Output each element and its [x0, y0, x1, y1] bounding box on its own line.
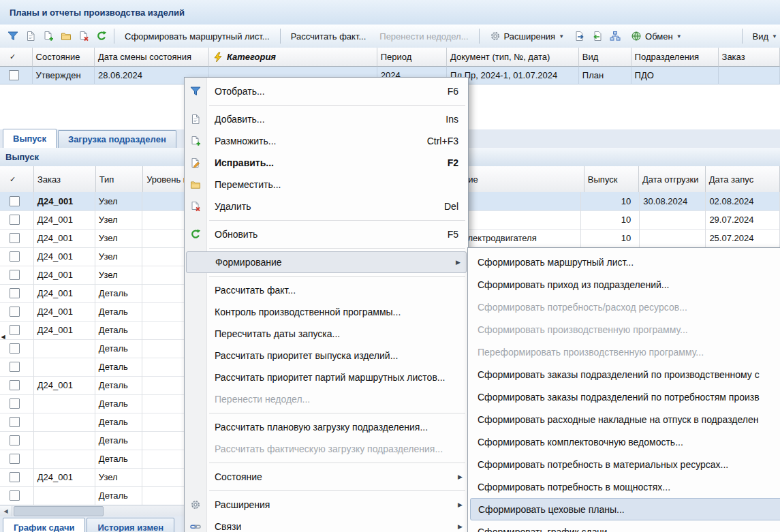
context-menu-item[interactable]: Рассчитать плановую загрузку подразделен…: [185, 416, 468, 438]
structure-button[interactable]: [607, 27, 623, 45]
import-button[interactable]: [589, 27, 606, 45]
row-checkbox-cell[interactable]: [0, 67, 33, 84]
row-checkbox[interactable]: [10, 270, 20, 280]
copy-button[interactable]: [40, 27, 57, 45]
tab-grafik-sdachi[interactable]: График сдачи: [3, 518, 85, 532]
column-header-state[interactable]: Состояние: [33, 48, 95, 67]
delete-button[interactable]: [76, 27, 92, 45]
context-menu-item[interactable]: ОбновитьF5: [185, 223, 468, 245]
context-menu-item[interactable]: Формирование▶: [186, 251, 467, 273]
collapse-panel-arrow[interactable]: ◀: [0, 323, 6, 350]
column-header-order[interactable]: Заказ: [34, 166, 96, 193]
row-checkbox-cell[interactable]: [0, 247, 34, 266]
context-menu-item[interactable]: Рассчитать приоритет выпуска изделий...: [185, 345, 468, 366]
submenu-item[interactable]: Сформировать потребность в материальных …: [468, 453, 780, 475]
row-checkbox-cell[interactable]: [0, 394, 34, 413]
column-header-document[interactable]: Документ (тип, №, дата): [447, 48, 579, 67]
extensions-button[interactable]: Расширения ▼: [484, 27, 571, 45]
column-header-launch-date[interactable]: Дата запус: [706, 166, 780, 193]
context-menu-item[interactable]: Расширения▶: [185, 494, 468, 516]
row-checkbox[interactable]: [10, 288, 20, 298]
row-checkbox-cell[interactable]: [0, 302, 34, 322]
row-checkbox-cell[interactable]: [0, 210, 34, 230]
context-menu-item[interactable]: Исправить...F2: [185, 152, 468, 174]
context-menu-item[interactable]: УдалитьDel: [185, 195, 468, 217]
context-menu-item[interactable]: Добавить...Ins: [185, 108, 468, 130]
submenu-item[interactable]: Сформировать заказы подразделений по пот…: [468, 386, 780, 408]
context-menu-item[interactable]: Отобрать...F6: [185, 80, 468, 102]
row-checkbox-cell[interactable]: [0, 486, 34, 505]
context-menu-item[interactable]: Пересчитать даты запуска...: [185, 323, 468, 345]
column-header-type[interactable]: Тип: [96, 166, 143, 193]
context-menu-item[interactable]: Размножить...Ctrl+F3: [185, 130, 468, 152]
submenu-item[interactable]: Сформировать приход из подразделений...: [468, 273, 780, 296]
column-header-period[interactable]: Период: [377, 48, 447, 67]
submenu-item[interactable]: Сформировать цеховые планы...: [470, 498, 780, 520]
submenu-item[interactable]: Сформировать график сдачи...: [468, 520, 780, 532]
move-button[interactable]: [58, 27, 74, 45]
row-checkbox-cell[interactable]: [0, 358, 34, 377]
submenu-item[interactable]: Сформировать заказы подразделений по про…: [468, 363, 780, 386]
scroll-left-button[interactable]: ◀: [0, 506, 12, 517]
context-menu-item[interactable]: Рассчитать факт...: [185, 279, 468, 301]
scrollbar-thumb[interactable]: [14, 506, 104, 516]
export-button[interactable]: [572, 27, 588, 45]
row-checkbox[interactable]: [10, 380, 20, 390]
route-list-button[interactable]: Сформировать маршрутный лист...: [119, 27, 276, 45]
row-checkbox[interactable]: [10, 472, 20, 482]
context-menu-item[interactable]: Контроль производственной программы...: [185, 301, 468, 323]
context-menu-item[interactable]: Переместить...: [185, 174, 468, 195]
row-checkbox[interactable]: [10, 454, 20, 464]
submenu-item[interactable]: Сформировать комплектовочную ведомость..…: [468, 431, 780, 453]
tab-istoriya[interactable]: История измен: [87, 518, 174, 532]
row-checkbox[interactable]: [10, 233, 20, 243]
row-checkbox-cell[interactable]: [0, 431, 34, 450]
row-checkbox[interactable]: [10, 417, 20, 427]
context-menu-item[interactable]: Рассчитать приоритет партий маршрутных л…: [185, 366, 468, 388]
row-checkbox[interactable]: [10, 362, 20, 372]
row-checkbox-cell[interactable]: [0, 468, 34, 487]
exchange-button[interactable]: Обмен ▼: [625, 27, 688, 45]
row-checkbox-cell[interactable]: [0, 413, 34, 432]
filter-button[interactable]: [5, 27, 21, 45]
submenu-item[interactable]: Сформировать потребность в мощностях...: [468, 475, 780, 498]
column-header-category[interactable]: Категория: [209, 48, 377, 67]
column-header-departments[interactable]: Подразделения: [631, 48, 719, 67]
submenu-item[interactable]: Сформировать маршрутный лист...: [468, 251, 780, 273]
column-header-order[interactable]: Заказ: [719, 48, 780, 67]
row-checkbox-cell[interactable]: [0, 192, 34, 211]
column-header-ship-date[interactable]: Дата отгрузки: [639, 166, 706, 193]
row-checkbox[interactable]: [10, 490, 20, 501]
refresh-button[interactable]: [93, 27, 110, 45]
view-button[interactable]: Вид ▼: [747, 27, 780, 45]
row-checkbox[interactable]: [10, 343, 20, 354]
row-checkbox[interactable]: [10, 251, 20, 262]
column-header-state-date[interactable]: Дата смены состояния: [95, 48, 209, 67]
column-header-kind[interactable]: Вид: [579, 48, 631, 67]
row-checkbox-cell[interactable]: [0, 229, 34, 248]
row-checkbox[interactable]: [9, 70, 19, 80]
row-checkbox[interactable]: [10, 435, 20, 445]
row-checkbox[interactable]: [10, 398, 20, 409]
menu-item-label: Исправить...: [215, 157, 274, 168]
row-checkbox-cell[interactable]: [0, 284, 34, 303]
select-all-header[interactable]: ✓: [0, 48, 33, 67]
row-checkbox[interactable]: [10, 307, 20, 317]
submenu-item[interactable]: Сформировать расходные накладные на отпу…: [468, 408, 780, 431]
calc-fact-button[interactable]: Рассчитать факт...: [285, 27, 373, 45]
row-checkbox-cell[interactable]: [0, 376, 34, 395]
column-header-output[interactable]: Выпуск: [584, 166, 639, 193]
context-menu-item[interactable]: Состояние▶: [185, 466, 468, 488]
tab-zagruzka[interactable]: Загрузка подразделен: [58, 130, 176, 148]
menu-separator: [185, 102, 468, 108]
tab-vypusk[interactable]: Выпуск: [3, 129, 57, 148]
row-checkbox[interactable]: [10, 215, 20, 225]
row-checkbox-cell[interactable]: [0, 266, 34, 285]
row-checkbox[interactable]: [10, 325, 20, 335]
select-all-header[interactable]: ✓: [0, 166, 34, 193]
add-button[interactable]: [22, 27, 39, 45]
tab-label: История измен: [97, 522, 163, 532]
context-menu-item[interactable]: Связи▶: [185, 516, 468, 532]
row-checkbox-cell[interactable]: [0, 450, 34, 469]
row-checkbox[interactable]: [10, 196, 20, 206]
